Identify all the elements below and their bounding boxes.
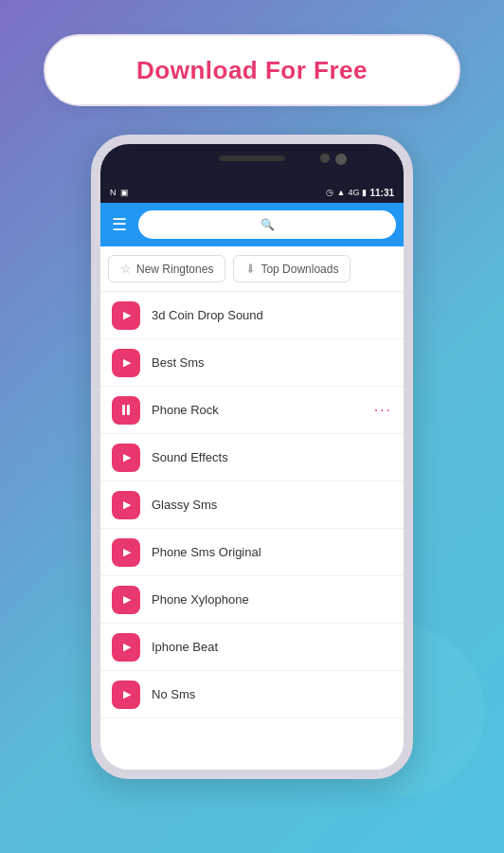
network-icon: N <box>110 188 117 197</box>
song-item: ▶ Sound Effects <box>100 434 404 481</box>
tab-row: ☆ New Ringtones ⬇ Top Downloads <box>100 246 404 292</box>
phone-cameras <box>320 154 347 165</box>
song-item: ▶ No Sms <box>100 671 404 718</box>
status-left: N ▣ <box>110 188 129 197</box>
play-button-2[interactable]: ▶ <box>112 349 140 377</box>
play-button-1[interactable]: ▶ <box>112 301 140 330</box>
sim-icon: ▣ <box>120 188 129 197</box>
play-icon-9: ▶ <box>123 688 131 700</box>
play-icon-2: ▶ <box>123 356 131 369</box>
camera-dot-1 <box>320 154 330 163</box>
star-icon: ☆ <box>120 262 132 276</box>
song-name-7: Phone Xylophone <box>152 592 392 607</box>
song-item: ▶ Phone Xylophone <box>100 576 404 624</box>
song-name-9: No Sms <box>152 687 392 701</box>
tab-new-ringtones-label: New Ringtones <box>136 263 213 276</box>
play-button-4[interactable]: ▶ <box>112 444 140 472</box>
banner: Download For Free <box>44 34 460 106</box>
tab-top-downloads-label: Top Downloads <box>261 263 338 276</box>
play-button-5[interactable]: ▶ <box>112 491 140 519</box>
play-icon-4: ▶ <box>123 451 131 463</box>
play-icon-6: ▶ <box>123 546 131 558</box>
phone-frame: N ▣ ◷ ▲ 4G ▮ 11:31 ☰ 🔍 ☆ New Ringtones <box>91 135 413 779</box>
song-item: ▶ Glassy Sms <box>100 481 404 529</box>
play-button-9[interactable]: ▶ <box>112 681 140 709</box>
song-item: ▶ 3d Coin Drop Sound <box>100 292 404 339</box>
play-button-8[interactable]: ▶ <box>112 633 140 662</box>
song-name-3: Phone Rock <box>152 403 363 417</box>
song-item: ▶ Phone Sms Original <box>100 529 404 576</box>
tab-new-ringtones[interactable]: ☆ New Ringtones <box>108 255 225 282</box>
song-list: ▶ 3d Coin Drop Sound ▶ Best Sms Phone Ro… <box>100 292 404 770</box>
status-bar: N ▣ ◷ ▲ 4G ▮ 11:31 <box>100 182 404 203</box>
search-bar[interactable]: 🔍 <box>138 210 396 239</box>
play-button-6[interactable]: ▶ <box>112 538 140 567</box>
song-name-6: Phone Sms Original <box>152 545 392 559</box>
play-icon-7: ▶ <box>123 593 131 606</box>
phone-top-hardware <box>100 144 404 182</box>
song-name-2: Best Sms <box>152 355 392 370</box>
more-options-button[interactable]: ··· <box>374 402 392 419</box>
pause-icon <box>122 405 130 415</box>
song-name-1: 3d Coin Drop Sound <box>152 308 392 322</box>
phone-speaker <box>219 155 285 161</box>
song-item: ▶ Iphone Beat <box>100 624 404 671</box>
banner-text: Download For Free <box>136 56 368 85</box>
download-icon: ⬇ <box>245 262 256 276</box>
tab-top-downloads[interactable]: ⬇ Top Downloads <box>233 255 351 282</box>
page-container: Download For Free N ▣ ◷ ▲ 4G ▮ 11:31 <box>0 0 504 853</box>
camera-dot-main <box>335 154 347 165</box>
song-item: ▶ Best Sms <box>100 339 404 387</box>
network-type: 4G <box>348 188 359 197</box>
song-name-8: Iphone Beat <box>152 640 392 654</box>
search-icon: 🔍 <box>261 218 275 231</box>
play-icon-5: ▶ <box>123 499 131 511</box>
play-icon-1: ▶ <box>123 309 131 321</box>
song-item-active: Phone Rock ··· <box>100 387 404 434</box>
status-right: ◷ ▲ 4G ▮ 11:31 <box>326 188 394 198</box>
status-time: 11:31 <box>369 188 394 198</box>
wifi-icon: ▲ <box>336 188 345 197</box>
song-name-5: Glassy Sms <box>152 498 392 512</box>
alarm-icon: ◷ <box>326 188 333 197</box>
play-button-3[interactable] <box>112 396 140 425</box>
song-name-4: Sound Effects <box>152 450 392 464</box>
battery-icon: ▮ <box>362 188 367 197</box>
hamburger-menu[interactable]: ☰ <box>108 210 131 239</box>
play-icon-8: ▶ <box>123 641 131 653</box>
play-button-7[interactable]: ▶ <box>112 586 140 614</box>
app-nav-bar: ☰ 🔍 <box>100 203 404 246</box>
